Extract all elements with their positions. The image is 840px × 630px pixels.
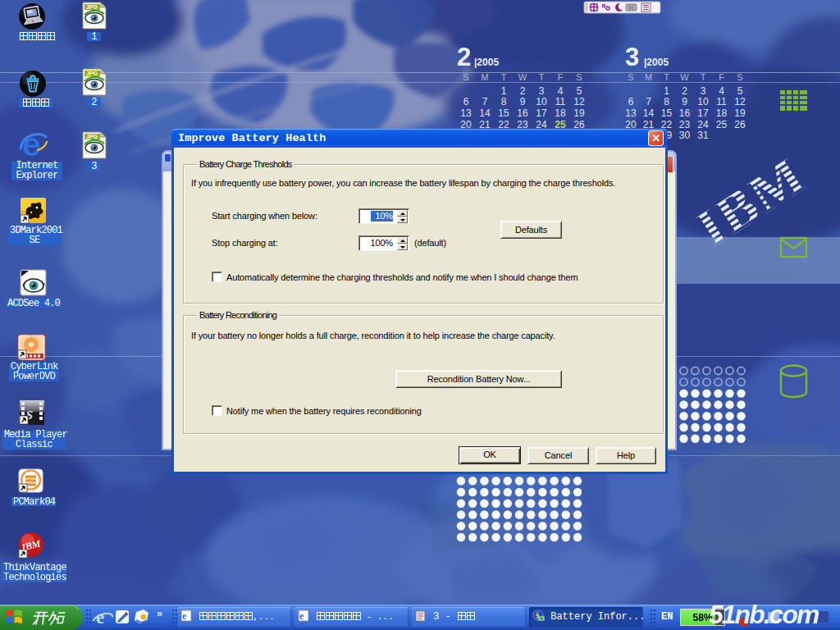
svg-text:17: 17: [536, 107, 547, 119]
svg-text:4: 4: [719, 85, 724, 97]
svg-text:15: 15: [661, 107, 673, 119]
svg-text:5: 5: [737, 85, 743, 97]
svg-text:10: 10: [697, 96, 709, 107]
svg-text:»: »: [157, 607, 162, 619]
svg-text:|2005: |2005: [474, 57, 499, 68]
svg-text:30: 30: [679, 130, 691, 141]
svg-text:W: W: [518, 72, 527, 82]
svg-text:F: F: [558, 72, 564, 82]
svg-text:6: 6: [628, 96, 634, 107]
svg-text:9: 9: [520, 96, 526, 107]
svg-text:5: 5: [577, 85, 582, 97]
svg-text:23: 23: [679, 119, 691, 130]
svg-text:14: 14: [643, 107, 655, 119]
svg-text:11: 11: [555, 96, 566, 107]
svg-text:6: 6: [463, 96, 469, 107]
svg-text:19: 19: [734, 107, 746, 119]
svg-text:9: 9: [682, 96, 687, 107]
svg-text:1: 1: [664, 85, 669, 97]
svg-text:e: e: [182, 610, 187, 622]
svg-text:M: M: [481, 72, 488, 82]
svg-text:7: 7: [646, 96, 651, 107]
svg-text:2: 2: [457, 43, 471, 71]
svg-text:26: 26: [734, 119, 746, 130]
svg-text:8: 8: [664, 96, 669, 107]
svg-text:S: S: [576, 72, 582, 82]
svg-text:e: e: [299, 610, 304, 622]
svg-text:W: W: [680, 72, 689, 82]
svg-text:2: 2: [520, 85, 526, 97]
svg-text:3: 3: [539, 85, 545, 97]
svg-text:T: T: [501, 72, 507, 82]
svg-text:4: 4: [558, 85, 564, 97]
svg-text:19: 19: [573, 107, 585, 119]
svg-text:24: 24: [697, 119, 709, 130]
svg-text:2: 2: [682, 85, 687, 97]
svg-text:T: T: [701, 72, 706, 82]
svg-text:18: 18: [716, 107, 728, 119]
svg-text:13: 13: [460, 107, 472, 119]
svg-text:1: 1: [501, 85, 507, 97]
svg-text:M: M: [645, 72, 652, 82]
svg-text:11: 11: [716, 96, 727, 107]
svg-text:3: 3: [625, 43, 639, 71]
svg-text:31: 31: [697, 130, 709, 141]
svg-text:25: 25: [716, 119, 728, 130]
svg-text:15: 15: [498, 107, 509, 119]
svg-text:7: 7: [482, 96, 488, 107]
svg-text:10: 10: [536, 96, 547, 107]
svg-text:17: 17: [697, 107, 709, 119]
svg-text:13: 13: [625, 107, 637, 119]
svg-text:14: 14: [479, 107, 491, 119]
svg-text:S: S: [463, 72, 468, 82]
svg-text:S: S: [628, 72, 633, 82]
svg-text:12: 12: [734, 96, 746, 107]
svg-text:8: 8: [501, 96, 507, 107]
svg-text:T: T: [664, 72, 669, 82]
svg-text:3: 3: [701, 85, 706, 97]
svg-text:T: T: [539, 72, 545, 82]
svg-text:S: S: [737, 72, 742, 82]
svg-text:16: 16: [517, 107, 528, 119]
svg-text:16: 16: [679, 107, 691, 119]
svg-text:18: 18: [555, 107, 566, 119]
svg-text:F: F: [719, 72, 724, 82]
svg-text:|2005: |2005: [644, 57, 669, 68]
svg-text:12: 12: [573, 96, 585, 107]
